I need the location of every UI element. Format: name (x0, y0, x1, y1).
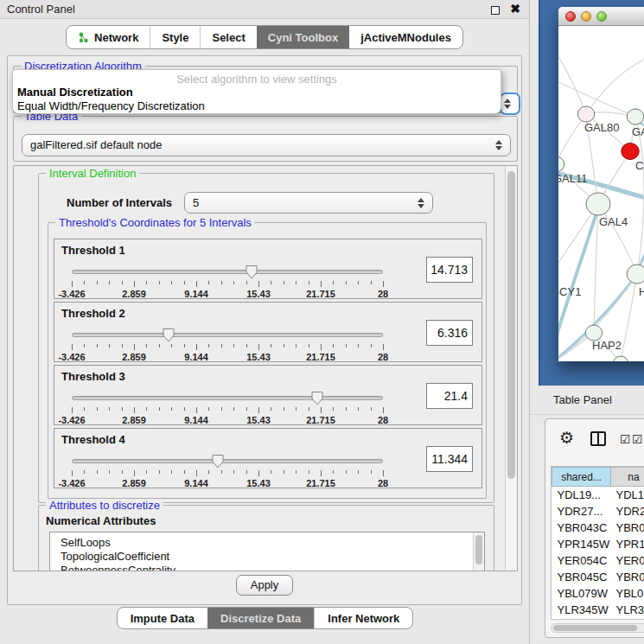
threshold-slider[interactable]: -3.4262.8599.14415.4321.71528 (72, 390, 383, 424)
slider-track[interactable] (72, 333, 383, 337)
checkbox-checked-icon[interactable]: ☑ (620, 432, 631, 446)
threshold-slider[interactable]: -3.4262.8599.14415.4321.71528 (72, 453, 383, 488)
slider-ticks (72, 407, 383, 414)
network-canvas[interactable]: GAL80GACGAL11GAL4GCY1HAHAP2 (558, 26, 644, 361)
tab-jactivemnodules[interactable]: jActiveMNodules (349, 26, 462, 48)
scrollbar-thumb[interactable] (507, 171, 515, 479)
number-of-intervals-label: Number of Intervals (67, 196, 172, 209)
network-node[interactable] (558, 156, 564, 172)
table-data-combobox-value: galFiltered.sif default node (30, 138, 162, 151)
slider-track[interactable] (72, 459, 383, 463)
threshold-slider[interactable]: -3.4262.8599.14415.4321.71528 (72, 327, 383, 361)
threshold-label: Threshold 3 (61, 370, 125, 383)
combo-arrows-icon (495, 140, 503, 150)
threshold-panel: Threshold 4 -3.4262.8599.14415.4321.7152… (54, 428, 482, 488)
network-view-window[interactable]: GAL80GACGAL11GAL4GCY1HAHAP2 (558, 7, 644, 361)
tab-impute-data[interactable]: Impute Data (118, 608, 207, 628)
table-row[interactable]: YER054CYER0 (552, 552, 644, 569)
close-icon[interactable]: ✖ (510, 2, 520, 16)
number-of-intervals-value: 5 (193, 196, 199, 209)
attribute-list-item[interactable]: TopologicalCoefficient (50, 549, 484, 563)
gear-icon[interactable]: ⚙ (559, 429, 574, 448)
table-row[interactable]: YIL052CYIL0 (552, 618, 644, 621)
threshold-panel: Threshold 3 -3.4262.8599.14415.4321.7152… (54, 365, 482, 425)
network-node[interactable] (577, 106, 594, 122)
network-node-label: GAL4 (599, 215, 628, 228)
table-row[interactable]: YBR043CYBR0 (552, 520, 644, 536)
slider-thumb-icon[interactable] (245, 265, 258, 279)
column-header-shared-name[interactable]: shared... (552, 468, 611, 487)
checkbox-checked-icon[interactable]: ☑ (632, 432, 643, 446)
apply-row: Apply (8, 575, 521, 596)
slider-thumb-icon[interactable] (163, 328, 175, 342)
network-desktop-area: GAL80GACGAL11GAL4GCY1HAHAP2 (539, 0, 644, 386)
tab-select[interactable]: Select (200, 26, 256, 48)
tab-discretize-data[interactable]: Discretize Data (207, 608, 314, 628)
slider-thumb-icon[interactable] (311, 391, 323, 405)
threshold-value-field[interactable]: 21.4 (426, 383, 473, 409)
network-node[interactable] (586, 193, 610, 215)
tab-network[interactable]: Network (67, 26, 150, 48)
slider-ticks (72, 344, 383, 351)
dropdown-placeholder-item: Select algorithm to view settings (13, 73, 501, 86)
slider-track[interactable] (72, 270, 383, 274)
table-data-group: Table Data galFiltered.sif default node (13, 116, 518, 162)
algorithm-combobox[interactable] (500, 92, 520, 115)
table-row[interactable]: YBL079WYBL0 (552, 585, 644, 602)
attributes-listbox: SelfLoopsTopologicalCoefficientBetweenne… (49, 532, 485, 571)
slider-thumb-icon[interactable] (212, 454, 224, 469)
scrollbar-thumb[interactable] (553, 625, 637, 631)
control-panel-titlebar: Control Panel ✖ (0, 0, 529, 19)
network-node[interactable] (622, 143, 640, 160)
thresholds-group-title: Threshold's Coordinates for 5 Intervals (55, 216, 255, 229)
table-toolbar: ⚙ ☑ ☑ (545, 419, 644, 461)
zoom-traffic-light-icon[interactable] (596, 11, 607, 22)
interval-definition-group-title: Interval Definition (46, 167, 139, 180)
table-row[interactable]: YDL19...YDL1 (552, 487, 644, 503)
network-node[interactable] (627, 109, 643, 124)
network-icon (78, 32, 89, 43)
table-data-combobox[interactable]: galFiltered.sif default node (22, 134, 511, 156)
threshold-value-field[interactable]: 6.316 (426, 320, 473, 346)
network-node-label: GAL80 (584, 121, 619, 134)
network-canvas-svg: GAL80GACGAL11GAL4GCY1HAHAP2 (558, 26, 644, 361)
bottom-tab-bar: Impute Data Discretize Data Infer Networ… (0, 607, 530, 629)
column-header-name[interactable]: na (611, 468, 644, 487)
attributes-group-title: Attributes to discretize (46, 499, 163, 512)
minimize-traffic-light-icon[interactable] (581, 11, 591, 22)
settings-vertical-scrollbar[interactable] (505, 166, 517, 571)
close-traffic-light-icon[interactable] (565, 11, 576, 22)
table-row[interactable]: YDR27...YDR2 (552, 503, 644, 520)
apply-button[interactable]: Apply (236, 575, 294, 596)
split-columns-icon[interactable] (590, 431, 606, 446)
table-row[interactable]: YBR045CYBR0 (552, 569, 644, 585)
dropdown-item-manual-discretization[interactable]: Manual Discretization (16, 86, 498, 99)
combo-arrows-icon (418, 198, 425, 208)
attribute-list-item[interactable]: BetweennessCentrality (50, 563, 484, 571)
network-window-titlebar[interactable] (558, 7, 644, 26)
slider-track[interactable] (72, 396, 383, 400)
slider-scale-labels: -3.4262.8599.14415.4321.71528 (72, 289, 383, 299)
top-tab-bar: Network Style Select Cyni Toolbox jActiv… (0, 25, 529, 49)
attribute-list-item[interactable]: SelfLoops (50, 535, 484, 549)
float-window-icon[interactable] (491, 6, 500, 15)
number-of-intervals-combobox[interactable]: 5 (184, 192, 433, 214)
threshold-slider[interactable]: -3.4262.8599.14415.4321.71528 (72, 264, 383, 298)
attributes-list-scrollbar[interactable] (473, 532, 484, 571)
network-node[interactable] (627, 265, 644, 284)
attributes-list: SelfLoopsTopologicalCoefficientBetweenne… (50, 532, 484, 571)
cyni-toolbox-panel: Discretization Algorithm Select algorith… (7, 55, 522, 605)
table-row[interactable]: YLR345WYLR3 (552, 602, 644, 618)
tab-cyni-toolbox[interactable]: Cyni Toolbox (257, 26, 349, 48)
control-panel-title: Control Panel (7, 3, 75, 16)
threshold-value-field[interactable]: 11.344 (426, 446, 473, 472)
network-node-label: HA (639, 285, 644, 298)
table-panel-header: Table Panel (530, 386, 644, 415)
dropdown-item-equal-width-frequency[interactable]: Equal Width/Frequency Discretization (16, 99, 498, 113)
table-row[interactable]: YPR145WYPR1 (552, 536, 644, 552)
threshold-value-field[interactable]: 14.713 (426, 257, 473, 283)
table-horizontal-scrollbar[interactable] (551, 623, 644, 633)
tab-style[interactable]: Style (150, 26, 200, 48)
slider-ticks (72, 281, 383, 288)
tab-infer-network[interactable]: Infer Network (314, 608, 412, 628)
